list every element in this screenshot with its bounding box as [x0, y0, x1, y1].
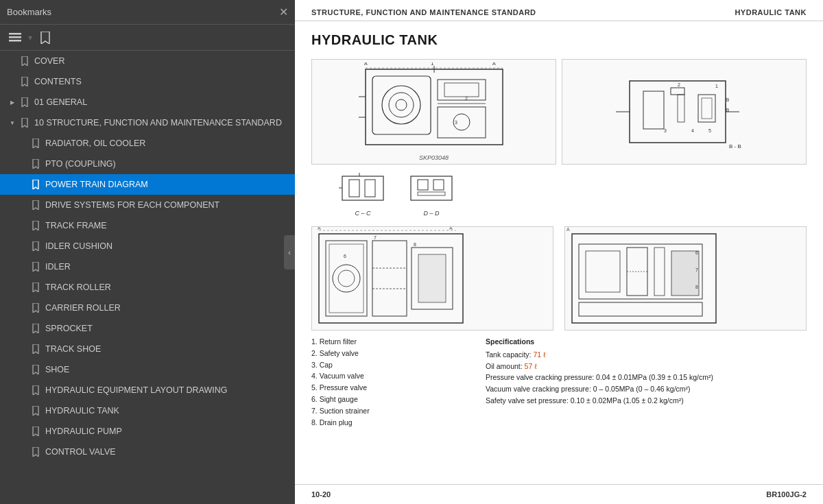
bookmark-item-radiator[interactable]: RADIATOR, OIL COOLER	[0, 133, 295, 154]
diagram-top-left-label: SKP03048	[419, 154, 449, 161]
svg-rect-47	[418, 192, 445, 195]
document-header: STRUCTURE, FUNCTION AND MAINTENANCE STAN…	[295, 0, 823, 21]
expand-arrow-pto	[18, 158, 29, 169]
diagram-bottom-left: 6 7 8 A A	[311, 226, 553, 331]
bookmark-item-track_roller[interactable]: TRACK ROLLER	[0, 277, 295, 298]
svg-rect-66	[586, 251, 620, 292]
bookmark-ribbon-icon	[30, 200, 41, 211]
bookmark-item-shoe[interactable]: SHOE	[0, 359, 295, 380]
svg-point-6	[389, 93, 414, 117]
svg-text:5: 5	[708, 128, 711, 133]
expand-arrow-hydraulic_pump	[18, 426, 29, 437]
bookmark-item-pto[interactable]: PTO (COUPLING)	[0, 154, 295, 174]
bookmark-label-track_roller: TRACK ROLLER	[45, 283, 111, 292]
svg-rect-69	[671, 251, 699, 296]
bookmark-icon	[40, 32, 50, 44]
bookmark-item-idler[interactable]: IDLER	[0, 256, 295, 277]
parts-list-item: 8. Drain plug	[311, 417, 472, 429]
svg-rect-1	[9, 36, 21, 38]
bookmark-item-hydraulic_pump[interactable]: HYDRAULIC PUMP	[0, 421, 295, 442]
expand-arrow-sprocket	[18, 323, 29, 334]
close-button[interactable]: ✕	[279, 7, 288, 18]
svg-text:B - B: B - B	[729, 143, 741, 149]
svg-point-52	[338, 270, 355, 287]
bookmark-item-contents[interactable]: CONTENTS	[0, 71, 295, 92]
svg-rect-8	[438, 80, 486, 100]
bookmark-item-general[interactable]: ▶01 GENERAL	[0, 92, 295, 112]
spec-item: Tank capacity: 71 ℓ	[486, 349, 807, 361]
bookmark-item-structure[interactable]: ▼10 STRUCTURE, FUNCTION AND MAINTENANCE …	[0, 112, 295, 133]
svg-rect-46	[433, 180, 444, 190]
bookmark-view-button[interactable]	[36, 28, 55, 47]
svg-rect-49	[326, 241, 367, 316]
list-view-button[interactable]	[5, 28, 25, 47]
bookmark-ribbon-icon	[30, 220, 41, 231]
bookmark-item-idler_cushion[interactable]: IDLER CUSHION	[0, 236, 295, 256]
svg-rect-40	[349, 180, 359, 197]
diagram-front-view: 6 7 8 A A	[312, 227, 470, 330]
bookmark-item-hydraulic_tank[interactable]: HYDRAULIC TANK	[0, 400, 295, 421]
footer-doc-ref: BR100JG-2	[766, 490, 807, 499]
expand-arrow-hydraulic_tank	[18, 405, 29, 416]
bookmark-ribbon-icon	[30, 323, 41, 334]
bookmark-ribbon-icon	[30, 426, 41, 437]
bookmark-ribbon-icon	[30, 241, 41, 252]
spec-item: Safety valve set pressure: 0.10 ± 0.02MP…	[486, 395, 807, 407]
svg-rect-26	[698, 95, 715, 122]
svg-text:8: 8	[695, 285, 698, 289]
cc-label: C – C	[355, 210, 370, 217]
expand-arrow-power_train	[18, 179, 29, 190]
page-title: HYDRAULIC TANK	[311, 32, 807, 48]
parts-list-item: 5. Pressure valve	[311, 382, 472, 394]
bookmark-item-carrier_roller[interactable]: CARRIER ROLLER	[0, 298, 295, 318]
spec-value-highlight: 71 ℓ	[533, 350, 545, 359]
parts-list-item: 4. Vacuum valve	[311, 370, 472, 382]
bookmark-ribbon-icon	[30, 302, 41, 313]
parts-list-item: 2. Safety valve	[311, 348, 472, 359]
parts-list-item: 7. Suction strainer	[311, 405, 472, 417]
bookmark-ribbon-icon	[30, 405, 41, 416]
expand-arrow-structure: ▼	[7, 117, 18, 128]
doc-header-title: HYDRAULIC TANK	[735, 8, 807, 16]
specs-title: Specifications	[486, 336, 807, 348]
svg-text:A: A	[364, 62, 368, 66]
svg-text:B: B	[726, 107, 729, 113]
expand-arrow-track_frame	[18, 220, 29, 231]
bookmark-item-power_train[interactable]: POWER TRAIN DIAGRAM	[0, 174, 295, 195]
expand-arrow-general: ▶	[7, 97, 18, 108]
svg-text:3: 3	[664, 128, 667, 133]
bookmark-item-track_shoe[interactable]: TRACK SHOE	[0, 339, 295, 359]
bookmark-item-cover[interactable]: COVER	[0, 51, 295, 71]
bookmark-label-power_train: POWER TRAIN DIAGRAM	[45, 180, 148, 189]
bookmark-item-drive_systems[interactable]: DRIVE SYSTEMS FOR EACH COMPONENT	[0, 195, 295, 215]
svg-rect-2	[9, 40, 21, 42]
bookmark-item-sprocket[interactable]: SPROCKET	[0, 318, 295, 339]
bookmark-label-structure: 10 STRUCTURE, FUNCTION AND MAINTENANCE S…	[34, 118, 282, 128]
bookmark-list[interactable]: COVERCONTENTS▶01 GENERAL▼10 STRUCTURE, F…	[0, 51, 295, 504]
diagram-section-view: 6 7 8 A	[565, 227, 723, 330]
svg-rect-24	[671, 88, 684, 95]
collapse-panel-handle[interactable]: ‹	[284, 235, 295, 269]
svg-rect-0	[9, 33, 21, 35]
specs-area: 1. Return filter2. Safety valve3. Cap4. …	[311, 336, 807, 428]
expand-arrow-hydraulic_layout	[18, 385, 29, 396]
bookmark-label-idler_cushion: IDLER CUSHION	[45, 241, 112, 251]
svg-rect-23	[643, 91, 664, 129]
bookmark-label-track_frame: TRACK FRAME	[45, 221, 107, 230]
toolbar: ▾	[0, 25, 295, 51]
diagram-top-left: 1 A A 2 3 SKP03048	[311, 59, 556, 165]
bookmark-ribbon-icon	[30, 344, 41, 355]
diagram-top-right: 1 2 3 4 5 B B B - B	[562, 59, 807, 165]
bookmark-label-hydraulic_tank: HYDRAULIC TANK	[45, 406, 119, 416]
bookmark-item-hydraulic_layout[interactable]: HYDRAULIC EQUIPMENT LAYOUT DRAWING	[0, 380, 295, 400]
svg-text:2: 2	[465, 96, 468, 101]
bookmark-label-radiator: RADIATOR, OIL COOLER	[45, 139, 145, 148]
svg-text:4: 4	[691, 128, 694, 133]
svg-rect-39	[342, 176, 383, 200]
bookmark-item-track_frame[interactable]: TRACK FRAME	[0, 215, 295, 236]
doc-header-section: STRUCTURE, FUNCTION AND MAINTENANCE STAN…	[311, 8, 536, 16]
footer-page-number: 10-20	[311, 490, 331, 499]
diagram-bb-view: 1 2 3 4 5 B B B - B	[609, 67, 760, 156]
bookmark-ribbon-icon	[30, 261, 41, 272]
bookmark-item-control_valve[interactable]: CONTROL VALVE	[0, 442, 295, 462]
